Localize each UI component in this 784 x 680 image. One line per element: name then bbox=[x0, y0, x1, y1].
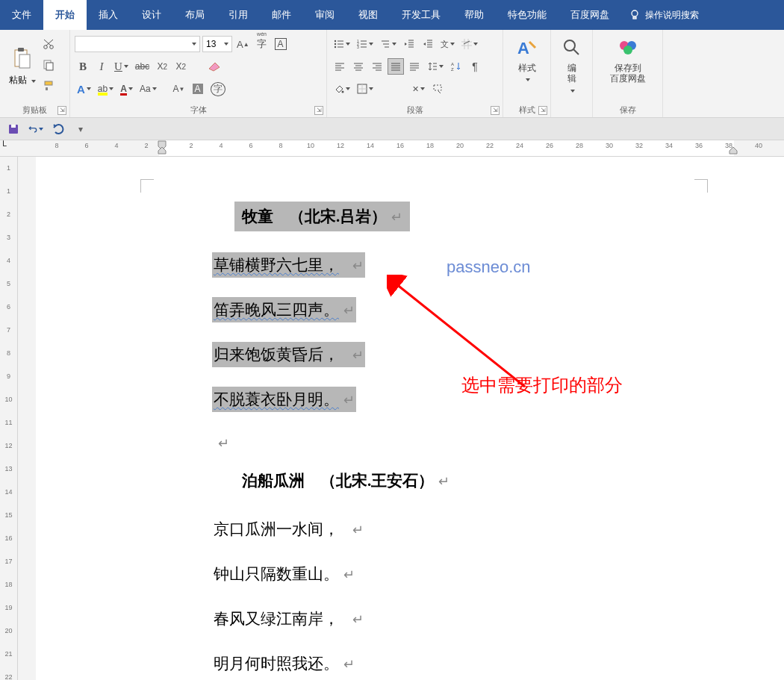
poem1-line1[interactable]: 草铺横野六七里，↵ bbox=[212, 252, 365, 278]
ruler-corner[interactable]: └ bbox=[0, 140, 18, 156]
tab-layout[interactable]: 布局 bbox=[173, 0, 217, 30]
character-border-button[interactable]: A bbox=[273, 36, 289, 52]
align-right-button[interactable] bbox=[369, 58, 385, 75]
font-launcher[interactable]: ⇲ bbox=[314, 106, 323, 115]
tab-mail[interactable]: 邮件 bbox=[260, 0, 303, 30]
align-center-button[interactable] bbox=[350, 58, 367, 75]
bold-button[interactable]: B bbox=[75, 58, 91, 75]
paragraph-mark-icon: ↵ bbox=[391, 210, 402, 225]
redo-button[interactable] bbox=[51, 122, 66, 137]
ruler-number: 21 bbox=[4, 650, 12, 658]
character-shading-button[interactable]: A bbox=[190, 81, 206, 97]
styles-button[interactable]: A 样式 bbox=[508, 33, 546, 87]
multilevel-list-button[interactable] bbox=[378, 36, 399, 52]
clear-formatting-button[interactable] bbox=[205, 58, 223, 75]
sort-button[interactable]: AZ bbox=[448, 58, 464, 75]
text-direction-button[interactable]: 文 bbox=[438, 36, 457, 52]
poem1-line3[interactable]: 归来饱饭黄昏后，↵ bbox=[212, 342, 365, 367]
align-right-icon bbox=[372, 61, 382, 72]
tab-file[interactable]: 文件 bbox=[0, 0, 43, 30]
snap-to-grid-button[interactable] bbox=[459, 36, 480, 52]
shrink-font-button[interactable]: A▼ bbox=[171, 81, 187, 97]
styles-launcher[interactable]: ⇲ bbox=[538, 106, 547, 115]
phonetic-guide-button[interactable]: 字wén bbox=[254, 36, 270, 52]
borders-button[interactable] bbox=[355, 81, 376, 97]
paragraph-mark-icon: ↵ bbox=[352, 258, 364, 273]
tab-insert[interactable]: 插入 bbox=[87, 0, 130, 30]
clipboard-launcher[interactable]: ⇲ bbox=[57, 106, 66, 115]
line-spacing-button[interactable] bbox=[425, 58, 446, 75]
ruler-number: 14 bbox=[367, 142, 374, 149]
qat-customize[interactable]: ▾ bbox=[73, 122, 88, 137]
font-name-combo[interactable] bbox=[75, 36, 200, 52]
poem2-line4[interactable]: 明月何时照我还。↵ bbox=[212, 651, 356, 676]
save-button[interactable] bbox=[6, 122, 21, 137]
underline-button[interactable]: U bbox=[112, 58, 131, 75]
poem1-line4[interactable]: 不脱蓑衣卧月明。↵ bbox=[212, 387, 356, 412]
edit-button[interactable]: 编辑 bbox=[556, 33, 588, 98]
align-justify-button[interactable] bbox=[388, 58, 404, 75]
bullets-button[interactable] bbox=[332, 36, 352, 52]
select-objects-button[interactable] bbox=[429, 81, 446, 97]
ruler-number: 6 bbox=[84, 142, 88, 149]
undo-button[interactable] bbox=[28, 122, 43, 137]
group-paragraph: 123 文 AZ ¶ ✕ 段落 ⇲ bbox=[327, 30, 503, 117]
copy-button[interactable] bbox=[40, 57, 57, 73]
tab-review[interactable]: 审阅 bbox=[303, 0, 346, 30]
poem2-title[interactable]: 泊船瓜洲 （北宋.王安石）↵ bbox=[234, 466, 457, 496]
tab-help[interactable]: 帮助 bbox=[452, 0, 496, 30]
paragraph-label: 段落 bbox=[327, 105, 503, 116]
ruler-number: 1 bbox=[7, 164, 10, 172]
sort-icon: AZ bbox=[451, 61, 461, 72]
vertical-ruler[interactable]: 112345678910111213141516171819202122 bbox=[0, 157, 18, 680]
align-distributed-button[interactable] bbox=[406, 58, 423, 75]
tab-design[interactable]: 设计 bbox=[130, 0, 173, 30]
enclose-character-button[interactable]: 字 bbox=[208, 81, 228, 97]
paragraph-mark-icon: ↵ bbox=[352, 348, 364, 363]
shading-button[interactable] bbox=[332, 81, 352, 97]
redo-icon bbox=[52, 123, 64, 135]
increase-indent-button[interactable] bbox=[420, 36, 436, 52]
change-case-button[interactable]: Aa bbox=[137, 81, 159, 97]
highlight-button[interactable]: ab bbox=[96, 81, 116, 97]
format-painter-button[interactable] bbox=[40, 78, 57, 94]
poem1-line2[interactable]: 笛弄晚风三四声。↵ bbox=[212, 297, 356, 322]
tab-special[interactable]: 特色功能 bbox=[496, 0, 559, 30]
poem2-line1[interactable]: 京口瓜洲一水间，↵ bbox=[212, 517, 365, 542]
subscript-button[interactable]: X2 bbox=[154, 58, 170, 75]
font-size-combo[interactable]: 13 bbox=[202, 36, 232, 52]
tab-view[interactable]: 视图 bbox=[346, 0, 390, 30]
poem1-title[interactable]: 牧童 （北宋.吕岩）↵ bbox=[234, 202, 410, 231]
tab-references[interactable]: 引用 bbox=[217, 0, 260, 30]
strikethrough-button[interactable]: abc bbox=[133, 58, 152, 75]
align-left-button[interactable] bbox=[332, 58, 348, 75]
cut-button[interactable] bbox=[40, 36, 57, 52]
svg-text:A: A bbox=[517, 39, 529, 57]
empty-paragraph[interactable]: ↵ bbox=[212, 431, 231, 446]
paragraph-launcher[interactable]: ⇲ bbox=[491, 106, 500, 115]
grow-font-button[interactable]: A▲ bbox=[234, 36, 252, 52]
superscript-button[interactable]: X2 bbox=[172, 58, 189, 75]
paste-button[interactable]: 粘贴 bbox=[4, 33, 40, 100]
svg-text:A: A bbox=[451, 62, 454, 66]
horizontal-ruler[interactable]: 8642246810121416182022242628303234363840… bbox=[36, 140, 784, 156]
tab-baidu-disk[interactable]: 百度网盘 bbox=[559, 0, 621, 30]
italic-button[interactable]: I bbox=[93, 58, 110, 75]
poem2-line3[interactable]: 春风又绿江南岸，↵ bbox=[212, 606, 365, 631]
decrease-indent-button[interactable] bbox=[401, 36, 417, 52]
text-effects-button[interactable]: A bbox=[75, 81, 93, 97]
font-color-button[interactable]: A bbox=[118, 81, 135, 97]
document-canvas[interactable]: 牧童 （北宋.吕岩）↵ 草铺横野六七里，↵ 笛弄晚风三四声。↵ 归来饱饭黄昏后，… bbox=[36, 157, 784, 680]
poem2-line2[interactable]: 钟山只隔数重山。↵ bbox=[212, 561, 356, 587]
asian-layout-button[interactable]: ✕ bbox=[410, 81, 427, 97]
tab-developer[interactable]: 开发工具 bbox=[390, 0, 452, 30]
ruler-number: 3 bbox=[7, 234, 10, 241]
save-to-baidu-button[interactable]: 保存到 百度网盘 bbox=[597, 33, 658, 87]
document-content[interactable]: 牧童 （北宋.吕岩）↵ 草铺横野六七里，↵ 笛弄晚风三四声。↵ 归来饱饭黄昏后，… bbox=[212, 202, 457, 680]
tell-me-search[interactable]: 操作说明搜索 bbox=[629, 9, 699, 22]
tab-home[interactable]: 开始 bbox=[43, 0, 87, 30]
show-hide-marks-button[interactable]: ¶ bbox=[467, 58, 483, 75]
svg-point-9 bbox=[335, 40, 336, 42]
numbering-button[interactable]: 123 bbox=[355, 36, 376, 52]
ruler-number: 32 bbox=[635, 142, 643, 149]
